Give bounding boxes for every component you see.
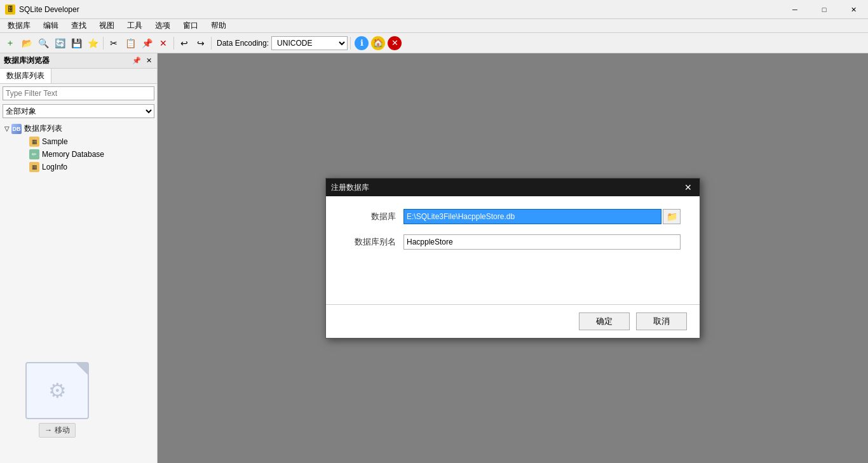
toolbar-refresh-btn[interactable]: 🔄 — [52, 36, 67, 51]
toolbar-sep1 — [103, 37, 104, 50]
sidebar-tab-dblist[interactable]: 数据库列表 — [0, 69, 51, 83]
toolbar-cut-btn[interactable]: ✂ — [106, 36, 121, 51]
toolbar-search-btn[interactable]: 🔍 — [36, 36, 51, 51]
sidebar-pin-btn[interactable]: 📌 — [131, 57, 142, 65]
dialog-alias-row: 数据库别名 — [345, 234, 681, 250]
sidebar-filter-area — [0, 84, 157, 103]
object-type-select[interactable]: 全部对象 — [3, 104, 154, 118]
menu-tools[interactable]: 工具 — [122, 19, 147, 32]
dialog-overlay: 注册数据库 ✕ 数据库 📁 数据库别名 — [158, 53, 868, 463]
dialog-cancel-button[interactable]: 取消 — [636, 312, 687, 330]
tree-children: ▦ Sample ✏ Memory Database ▦ LogInfo — [3, 135, 154, 173]
dialog-alias-input-wrap — [403, 234, 681, 250]
dialog-browse-button[interactable]: 📁 — [663, 209, 681, 224]
dialog-spacer — [345, 260, 681, 298]
dialog-body: 数据库 📁 数据库别名 — [326, 196, 700, 304]
menu-window[interactable]: 窗口 — [178, 19, 203, 32]
toolbar-sep4 — [350, 37, 351, 50]
tree-item-memory[interactable]: ✏ Memory Database — [20, 148, 154, 161]
sidebar-tab-bar: 数据库列表 — [0, 69, 157, 84]
tree-label-sample: Sample — [42, 137, 68, 146]
sidebar-header: 数据库浏览器 📌 ✕ — [0, 53, 157, 69]
tree-expand-icon: ▽ — [3, 125, 11, 132]
toolbar-stop-btn[interactable]: ✕ — [388, 36, 402, 50]
menu-view[interactable]: 视图 — [94, 19, 119, 32]
dialog-titlebar: 注册数据库 ✕ — [326, 178, 700, 196]
toolbar-redo-btn[interactable]: ↪ — [193, 36, 208, 51]
encoding-select[interactable]: UNICODE — [271, 36, 348, 50]
window-close-button[interactable]: ✕ — [839, 0, 868, 19]
register-db-dialog: 注册数据库 ✕ 数据库 📁 数据库别名 — [325, 178, 700, 339]
dialog-alias-input[interactable] — [403, 234, 681, 250]
main-layout: 数据库浏览器 📌 ✕ 数据库列表 全部对象 ▽ DB 数据库列表 — [0, 53, 868, 463]
app-title: SQLite Developer — [19, 5, 79, 14]
db-icon: DB — [11, 124, 22, 134]
minimize-button[interactable]: ─ — [780, 0, 810, 19]
menu-bar: 数据库 编辑 查找 视图 工具 选项 窗口 帮助 — [0, 19, 868, 33]
toolbar-open-btn[interactable]: 📂 — [19, 36, 34, 51]
toolbar-info-btn[interactable]: ℹ — [355, 36, 369, 50]
dialog-footer: 确定 取消 — [326, 305, 700, 338]
encoding-label: Data Encoding: — [217, 39, 269, 48]
sidebar-close-btn[interactable]: ✕ — [145, 57, 153, 65]
toolbar-new-btn[interactable]: ＋ — [3, 36, 18, 51]
toolbar: ＋ 📂 🔍 🔄 💾 ⭐ ✂ 📋 📌 ✕ ↩ ↪ Data Encoding: U… — [0, 33, 868, 53]
tree-label-memory: Memory Database — [42, 150, 104, 159]
dialog-db-label: 数据库 — [345, 211, 396, 222]
sidebar: 数据库浏览器 📌 ✕ 数据库列表 全部对象 ▽ DB 数据库列表 — [0, 53, 158, 463]
dialog-close-button[interactable]: ✕ — [682, 181, 695, 194]
filter-input[interactable] — [3, 86, 154, 100]
app-icon: 🗄 — [5, 4, 15, 15]
file-icon: ⚙ — [25, 362, 89, 419]
menu-options[interactable]: 选项 — [150, 19, 175, 32]
toolbar-sep2 — [173, 37, 174, 50]
toolbar-save-btn[interactable]: 💾 — [69, 36, 84, 51]
window-controls: ─ □ ✕ — [780, 0, 868, 19]
toolbar-home-btn[interactable]: 🏠 — [371, 36, 385, 50]
dialog-db-row: 数据库 📁 — [345, 209, 681, 224]
toolbar-paste-btn[interactable]: 📌 — [139, 36, 154, 51]
file-icon-area: ⚙ → 移动 — [13, 362, 102, 438]
table-icon-loginfo: ▦ — [29, 162, 39, 172]
dialog-alias-label: 数据库别名 — [345, 236, 396, 248]
tree-item-sample[interactable]: ▦ Sample — [20, 135, 154, 148]
tree-root[interactable]: ▽ DB 数据库列表 — [3, 122, 154, 135]
move-label[interactable]: → 移动 — [39, 423, 75, 438]
dialog-confirm-button[interactable]: 确定 — [579, 312, 630, 330]
toolbar-delete-btn[interactable]: ✕ — [156, 36, 171, 51]
content-area: 注册数据库 ✕ 数据库 📁 数据库别名 — [158, 53, 868, 463]
toolbar-copy-btn[interactable]: 📋 — [123, 36, 138, 51]
dialog-title: 注册数据库 — [331, 182, 369, 193]
toolbar-undo-btn[interactable]: ↩ — [177, 36, 192, 51]
dialog-db-input[interactable] — [403, 209, 661, 224]
tree-root-label: 数据库列表 — [24, 123, 62, 134]
menu-find[interactable]: 查找 — [66, 19, 92, 32]
pencil-icon-memory: ✏ — [29, 149, 39, 159]
table-icon-sample: ▦ — [29, 137, 39, 147]
gears-icon: ⚙ — [48, 379, 67, 403]
toolbar-star-btn[interactable]: ⭐ — [85, 36, 100, 51]
tree-item-loginfo[interactable]: ▦ LogInfo — [20, 161, 154, 173]
menu-help[interactable]: 帮助 — [206, 19, 231, 32]
menu-database[interactable]: 数据库 — [3, 19, 36, 32]
toolbar-sep3 — [211, 37, 212, 50]
dialog-db-input-wrap: 📁 — [403, 209, 681, 224]
tree-label-loginfo: LogInfo — [42, 163, 67, 171]
sidebar-header-controls: 📌 ✕ — [131, 57, 153, 65]
sidebar-dropdown-row: 全部对象 — [0, 103, 157, 119]
title-bar: 🗄 SQLite Developer ─ □ ✕ — [0, 0, 868, 19]
maximize-button[interactable]: □ — [810, 0, 839, 19]
sidebar-title: 数据库浏览器 — [4, 55, 50, 66]
menu-edit[interactable]: 编辑 — [38, 19, 64, 32]
